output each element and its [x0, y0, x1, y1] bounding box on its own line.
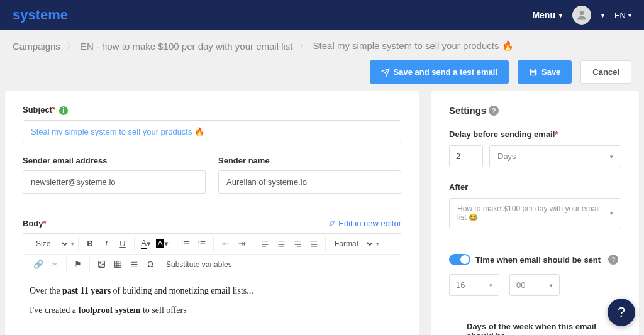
cancel-button[interactable]: Cancel [580, 60, 631, 84]
bold-button[interactable]: B [82, 236, 97, 251]
align-left-button[interactable] [257, 236, 272, 251]
flag-button[interactable]: ⚑ [70, 257, 86, 272]
image-button[interactable] [94, 257, 109, 272]
sender-name-input[interactable] [218, 170, 401, 194]
sender-email-label: Sender email address [23, 156, 206, 165]
time-label: Time when email should be sent [475, 255, 601, 265]
help-fab[interactable]: ? [608, 299, 635, 326]
omega-button[interactable]: Ω [143, 257, 158, 272]
text-color-button[interactable]: A ▾ [138, 236, 153, 251]
divider [449, 241, 621, 241]
avatar[interactable] [572, 6, 591, 25]
divider [449, 309, 621, 309]
indent-button[interactable]: ⇥ [234, 236, 249, 251]
subject-input[interactable] [23, 120, 401, 143]
magic-wand-icon [328, 219, 336, 227]
help-icon[interactable]: ? [608, 255, 618, 265]
svg-point-4 [198, 243, 199, 244]
chevron-right-icon: 〉 [67, 41, 74, 52]
underline-button[interactable]: U [115, 236, 130, 251]
format-select[interactable]: Format [330, 238, 375, 250]
outdent-button[interactable]: ⇤ [218, 236, 233, 251]
editor-content[interactable]: Over the past 11 years of building and m… [23, 275, 401, 332]
menu-label: Menu [532, 10, 555, 20]
svg-rect-1 [531, 69, 535, 70]
days-label: Days of the week when this email should … [467, 322, 621, 335]
after-label: After [449, 182, 621, 192]
time-min-value: 00 [516, 280, 525, 290]
link-button[interactable]: 🔗 [31, 257, 46, 272]
delay-label: Delay before sending email* [449, 129, 621, 139]
save-button[interactable]: Save [518, 60, 572, 84]
after-value: How to make $100 per day with your email… [457, 204, 610, 222]
unordered-list-button[interactable] [194, 236, 209, 251]
chevron-down-icon: ▾ [601, 12, 604, 19]
save-send-test-button[interactable]: Save and send a test email [370, 60, 509, 84]
send-icon [381, 68, 390, 77]
breadcrumb-current: Steal my simple system to sell your prod… [313, 40, 514, 52]
breadcrumb: Campaigns 〉 EN - how to make $100 per da… [13, 40, 631, 52]
settings-panel: Settings ? Delay before sending email* D… [431, 91, 639, 335]
time-toggle[interactable] [449, 254, 470, 265]
caret-icon: ▾ [610, 210, 613, 216]
caret-icon: ▾ [489, 282, 492, 288]
delay-value-input[interactable] [449, 145, 483, 167]
user-icon [575, 9, 588, 21]
italic-button[interactable]: I [99, 236, 114, 251]
settings-title: Settings ? [449, 105, 621, 116]
lang-label: EN [614, 11, 626, 20]
sender-name-label: Sender name [218, 156, 401, 165]
align-center-button[interactable] [274, 236, 289, 251]
time-hour-select[interactable]: 16 ▾ [449, 274, 499, 296]
svg-point-7 [99, 263, 101, 264]
breadcrumb-campaigns[interactable]: Campaigns [13, 41, 60, 52]
align-right-button[interactable] [290, 236, 305, 251]
after-select[interactable]: How to make $100 per day with your email… [449, 198, 621, 228]
delay-unit-select[interactable]: Days ▾ [489, 145, 621, 167]
table-button[interactable] [110, 257, 125, 272]
caret-icon: ▾ [376, 241, 379, 247]
subject-label: Subject* i [23, 105, 401, 115]
svg-rect-8 [114, 261, 121, 268]
svg-point-3 [198, 241, 199, 242]
menu-dropdown[interactable]: Menu ▾ [532, 10, 562, 20]
save-send-test-label: Save and send a test email [394, 67, 497, 77]
info-icon[interactable]: i [59, 106, 68, 115]
sender-email-input[interactable] [23, 170, 206, 194]
substitute-vars-button[interactable]: Substitute variables [162, 257, 236, 272]
caret-icon: ▾ [71, 241, 74, 247]
svg-rect-2 [531, 72, 535, 75]
hr-button[interactable] [126, 257, 142, 272]
help-icon[interactable]: ? [489, 106, 499, 116]
caret-icon: ▾ [610, 153, 613, 160]
time-hour-value: 16 [456, 280, 465, 290]
svg-point-0 [580, 11, 584, 15]
chevron-down-icon: ▾ [559, 12, 562, 19]
bg-color-button[interactable]: A ▾ [155, 236, 170, 251]
ordered-list-button[interactable] [178, 236, 193, 251]
logo[interactable]: systeme [13, 7, 68, 23]
language-selector[interactable]: EN ▾ [614, 11, 631, 20]
save-icon [529, 68, 538, 77]
svg-point-5 [198, 245, 199, 246]
main-panel: Subject* i Sender email address Sender n… [5, 91, 419, 335]
caret-icon: ▾ [550, 282, 553, 288]
chevron-down-icon: ▾ [628, 12, 631, 19]
breadcrumb-campaign[interactable]: EN - how to make $100 per day with your … [80, 41, 293, 52]
font-size-select[interactable]: Size [31, 238, 70, 250]
delay-unit-label: Days [497, 151, 516, 161]
edit-new-editor-label: Edit in new editor [338, 219, 401, 228]
edit-new-editor-link[interactable]: Edit in new editor [328, 219, 401, 228]
chevron-right-icon: 〉 [299, 41, 307, 52]
time-min-select[interactable]: 00 ▾ [509, 274, 560, 296]
rich-text-editor: Size▾ B I U A ▾ A ▾ [23, 233, 401, 332]
align-justify-button[interactable] [306, 236, 321, 251]
save-label: Save [541, 67, 560, 77]
unlink-button[interactable]: ✂ [47, 257, 62, 272]
